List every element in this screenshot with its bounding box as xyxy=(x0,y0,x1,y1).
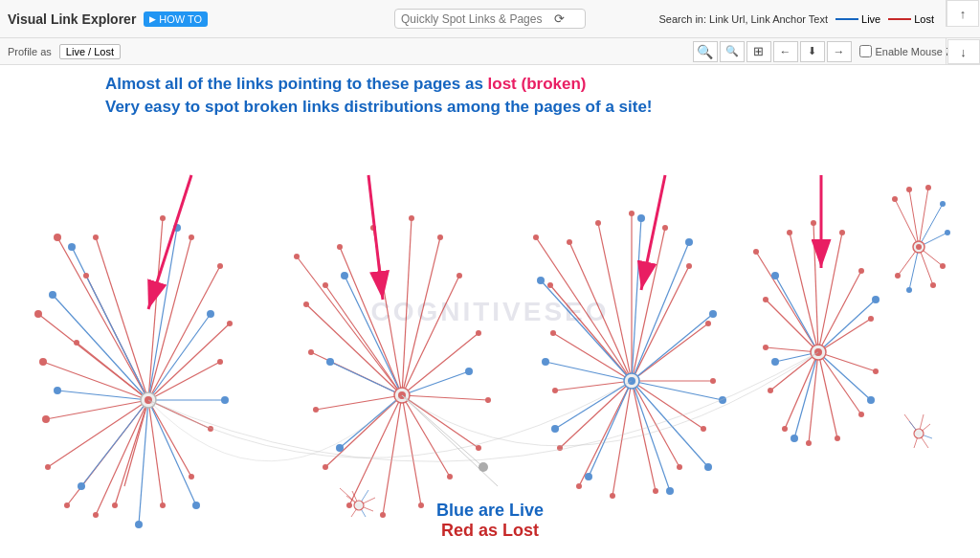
svg-point-94 xyxy=(437,234,443,240)
svg-point-189 xyxy=(835,435,840,441)
svg-line-78 xyxy=(330,362,402,395)
search-input[interactable] xyxy=(401,12,554,26)
zoom-in-button[interactable]: 🔍 xyxy=(693,41,718,62)
svg-line-59 xyxy=(297,257,402,395)
nav-up-button[interactable]: ↑ xyxy=(947,0,979,27)
nav-back-button[interactable]: ← xyxy=(773,41,798,62)
svg-point-46 xyxy=(189,474,194,480)
svg-point-219 xyxy=(930,282,936,288)
svg-point-98 xyxy=(323,282,328,288)
zoom-out-button[interactable]: 🔍 xyxy=(720,41,745,62)
svg-point-107 xyxy=(479,462,488,472)
svg-point-188 xyxy=(806,440,812,446)
export-button[interactable]: ⬇ xyxy=(800,41,825,62)
svg-point-141 xyxy=(610,493,615,499)
svg-point-100 xyxy=(326,358,334,366)
svg-point-35 xyxy=(93,512,99,518)
mouse-zoom-checkbox[interactable] xyxy=(859,45,872,57)
svg-point-195 xyxy=(811,220,816,226)
svg-point-153 xyxy=(542,358,549,366)
svg-point-39 xyxy=(93,234,99,240)
nav-down-button[interactable]: ↓ xyxy=(947,39,980,64)
live-line xyxy=(835,18,858,20)
svg-line-65 xyxy=(383,395,402,515)
svg-point-53 xyxy=(192,502,200,509)
svg-point-89 xyxy=(447,474,453,480)
nav-forward-button[interactable]: → xyxy=(827,41,852,62)
svg-line-18 xyxy=(148,400,191,477)
profile-button[interactable]: Live / Lost xyxy=(59,44,121,59)
svg-point-43 xyxy=(227,321,233,326)
svg-point-161 xyxy=(637,214,645,222)
svg-line-7 xyxy=(115,400,148,505)
svg-point-90 xyxy=(476,445,481,451)
svg-point-54 xyxy=(221,396,229,404)
toolbar-row1: Visual Link Explorer HOW TO ⟳ Search in:… xyxy=(0,0,980,38)
svg-line-124 xyxy=(569,242,632,381)
howto-button[interactable]: HOW TO xyxy=(144,11,208,27)
svg-point-102 xyxy=(465,368,473,375)
svg-line-110 xyxy=(553,333,632,381)
fit-button[interactable]: ⊞ xyxy=(746,41,771,62)
svg-point-91 xyxy=(485,397,491,403)
svg-point-143 xyxy=(677,464,682,470)
svg-point-213 xyxy=(892,196,898,202)
svg-point-49 xyxy=(49,291,56,299)
svg-point-34 xyxy=(64,502,70,508)
svg-point-145 xyxy=(710,378,716,384)
svg-line-242 xyxy=(368,175,383,300)
svg-point-30 xyxy=(34,310,42,318)
svg-point-38 xyxy=(83,273,89,279)
svg-point-55 xyxy=(207,310,214,318)
search-refresh-icon[interactable]: ⟳ xyxy=(554,11,565,26)
svg-point-92 xyxy=(476,330,481,336)
svg-point-93 xyxy=(457,273,462,279)
svg-point-198 xyxy=(771,358,779,366)
svg-line-72 xyxy=(402,237,440,395)
svg-point-32 xyxy=(42,415,50,423)
svg-line-181 xyxy=(818,352,871,400)
svg-point-144 xyxy=(701,426,706,432)
svg-point-87 xyxy=(380,512,386,518)
svg-point-135 xyxy=(533,234,539,240)
svg-line-20 xyxy=(72,247,148,400)
search-box: ⟳ xyxy=(394,9,586,29)
svg-point-200 xyxy=(867,396,875,404)
svg-point-29 xyxy=(54,234,61,241)
legend: Live Lost xyxy=(835,13,934,25)
svg-point-156 xyxy=(666,487,674,495)
svg-point-81 xyxy=(294,254,300,259)
svg-point-199 xyxy=(791,435,798,442)
svg-point-44 xyxy=(217,359,223,365)
svg-point-150 xyxy=(595,220,601,226)
svg-point-232 xyxy=(354,501,364,510)
svg-point-142 xyxy=(653,488,658,494)
svg-point-85 xyxy=(323,464,328,470)
svg-point-42 xyxy=(217,263,223,269)
svg-point-50 xyxy=(54,387,61,394)
svg-line-106 xyxy=(402,395,498,486)
svg-point-33 xyxy=(45,464,51,470)
svg-line-123 xyxy=(598,223,632,381)
svg-line-69 xyxy=(402,395,488,400)
search-in-label: Search in: Link Url, Link Anchor Text xyxy=(659,13,829,25)
svg-point-196 xyxy=(787,230,792,235)
svg-point-194 xyxy=(839,230,845,235)
svg-point-51 xyxy=(78,482,85,490)
legend-lost-label: Lost xyxy=(914,13,934,25)
legend-live-label: Live xyxy=(861,13,880,25)
svg-line-60 xyxy=(306,304,402,395)
svg-point-148 xyxy=(662,225,668,231)
zoom-buttons: 🔍 🔍 ⊞ ← ⬇ → xyxy=(693,41,852,62)
svg-point-223 xyxy=(916,244,922,250)
svg-line-27 xyxy=(148,314,211,400)
svg-line-9 xyxy=(77,343,148,400)
svg-point-88 xyxy=(418,502,424,508)
svg-point-41 xyxy=(189,234,194,240)
svg-point-52 xyxy=(135,521,143,528)
svg-point-218 xyxy=(940,263,946,269)
svg-line-21 xyxy=(53,295,148,400)
svg-point-185 xyxy=(763,345,768,350)
svg-point-183 xyxy=(753,249,759,255)
svg-point-216 xyxy=(940,201,946,207)
